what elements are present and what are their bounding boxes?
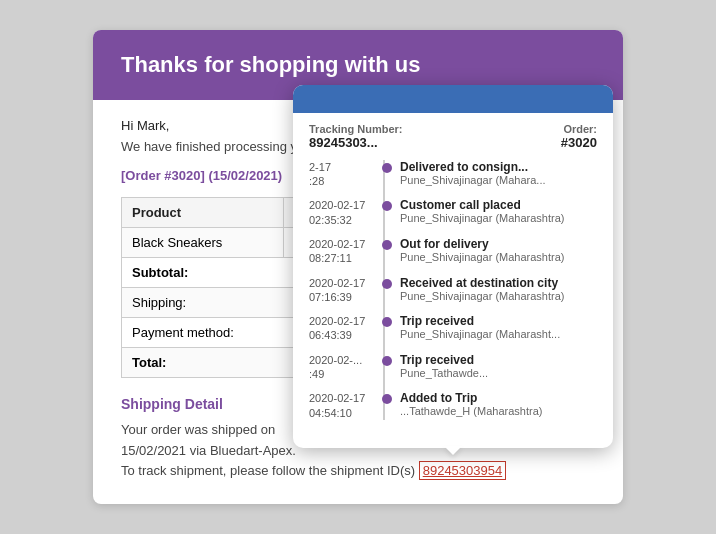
tracking-event-location: Pune_Shivajinagar (Maharashtra): [400, 290, 597, 302]
tracking-event-status: Added to Trip: [400, 391, 597, 405]
popup-tracking-label: Tracking Number:: [309, 123, 403, 135]
tracking-dot: [382, 163, 392, 173]
tracking-event-location: Pune_Shivajinagar (Mahara...: [400, 174, 597, 186]
tracking-event-time: 2020-02-1702:35:32: [309, 198, 379, 227]
tracking-event-item: 2020-02-1708:27:11 Out for delivery Pune…: [309, 237, 597, 266]
tracking-event-status: Received at destination city: [400, 276, 597, 290]
tracking-event-item: 2020-02-1702:35:32 Customer call placed …: [309, 198, 597, 227]
tracking-event-info: Added to Trip ...Tathawde_H (Maharashtra…: [400, 391, 597, 417]
tracking-event-item: 2020-02-...:49 Trip received Pune_Tathaw…: [309, 353, 597, 382]
tracking-dot: [382, 240, 392, 250]
tracking-event-info: Received at destination city Pune_Shivaj…: [400, 276, 597, 302]
col-product: Product: [122, 197, 284, 227]
tracking-event-time: 2020-02-...:49: [309, 353, 379, 382]
tracking-event-time: 2-17:28: [309, 160, 379, 189]
tracking-event-time: 2020-02-1704:54:10: [309, 391, 379, 420]
tracking-event-status: Customer call placed: [400, 198, 597, 212]
tracking-event-location: Pune_Shivajinagar (Maharashtra): [400, 251, 597, 263]
email-card: Thanks for shopping with us Hi Mark, We …: [93, 30, 623, 504]
tracking-dot: [382, 317, 392, 327]
tracking-event-time: 2020-02-1706:43:39: [309, 314, 379, 343]
tracking-event-status: Out for delivery: [400, 237, 597, 251]
tracking-id-link[interactable]: 89245303954: [419, 461, 507, 480]
tracking-dot: [382, 201, 392, 211]
tracking-events-list: 2-17:28 Delivered to consign... Pune_Shi…: [309, 160, 597, 420]
email-header-title: Thanks for shopping with us: [121, 52, 595, 78]
tracking-dot: [382, 394, 392, 404]
shipping-line1: Your order was shipped on: [121, 422, 275, 437]
tracking-event-location: Pune_Shivajinagar (Maharasht...: [400, 328, 597, 340]
tracking-event-info: Out for delivery Pune_Shivajinagar (Maha…: [400, 237, 597, 263]
tracking-dot: [382, 279, 392, 289]
shipping-line2: 15/02/2021 via Bluedart-Apex.: [121, 443, 296, 458]
popup-tracking-number: 89245303...: [309, 135, 403, 150]
tracking-popup: Tracking Number: 89245303... Order: #302…: [293, 85, 613, 448]
shipping-line3: To track shipment, please follow the shi…: [121, 463, 415, 478]
tracking-event-info: Delivered to consign... Pune_Shivajinaga…: [400, 160, 597, 186]
tracking-event-info: Customer call placed Pune_Shivajinagar (…: [400, 198, 597, 224]
tracking-event-time: 2020-02-1708:27:11: [309, 237, 379, 266]
tracking-event-item: 2020-02-1704:54:10 Added to Trip ...Tath…: [309, 391, 597, 420]
tracking-event-location: ...Tathawde_H (Maharashtra): [400, 405, 597, 417]
tracking-event-status: Trip received: [400, 353, 597, 367]
popup-order-label: Order:: [561, 123, 597, 135]
tracking-event-item: 2-17:28 Delivered to consign... Pune_Shi…: [309, 160, 597, 189]
tracking-event-location: Pune_Tathawde...: [400, 367, 597, 379]
tracking-event-status: Trip received: [400, 314, 597, 328]
tracking-event-info: Trip received Pune_Tathawde...: [400, 353, 597, 379]
item-product: Black Sneakers: [122, 227, 284, 257]
popup-banner: [293, 85, 613, 113]
tracking-event-location: Pune_Shivajinagar (Maharashtra): [400, 212, 597, 224]
tracking-event-time: 2020-02-1707:16:39: [309, 276, 379, 305]
popup-tracking-section: Tracking Number: 89245303...: [309, 123, 403, 150]
tracking-event-info: Trip received Pune_Shivajinagar (Maharas…: [400, 314, 597, 340]
tracking-event-item: 2020-02-1706:43:39 Trip received Pune_Sh…: [309, 314, 597, 343]
popup-order-section: Order: #3020: [561, 123, 597, 150]
tracking-dot: [382, 356, 392, 366]
tracking-event-status: Delivered to consign...: [400, 160, 597, 174]
popup-order-number: #3020: [561, 135, 597, 150]
tracking-event-item: 2020-02-1707:16:39 Received at destinati…: [309, 276, 597, 305]
popup-header: Tracking Number: 89245303... Order: #302…: [309, 123, 597, 150]
